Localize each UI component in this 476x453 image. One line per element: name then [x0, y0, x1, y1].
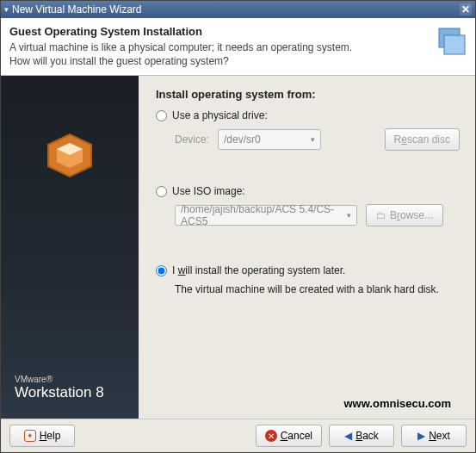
radio-later-label: I will install the operating system late… — [172, 264, 345, 276]
brand-text: VMware® Workstation 8 — [15, 375, 104, 401]
wizard-header: Guest Operating System Installation A vi… — [1, 18, 475, 76]
wizard-window: ▾ New Virtual Machine Wizard ✕ Guest Ope… — [0, 0, 476, 453]
chevron-down-icon: ▾ — [311, 135, 315, 144]
later-info: The virtual machine will be created with… — [175, 283, 460, 295]
header-text: Guest Operating System Installation A vi… — [9, 25, 423, 68]
radio-physical-drive[interactable]: Use a physical drive: — [156, 109, 460, 121]
radio-later-input[interactable] — [156, 265, 167, 276]
radio-install-later[interactable]: I will install the operating system late… — [156, 264, 460, 276]
browse-button[interactable]: 🗀 Browse... — [366, 204, 443, 226]
option-later: I will install the operating system late… — [156, 264, 460, 295]
wizard-body: VMware® Workstation 8 Install operating … — [1, 76, 475, 419]
cancel-icon: ✕ — [265, 430, 277, 442]
radio-iso-input[interactable] — [156, 186, 167, 197]
radio-iso-label: Use ISO image: — [172, 185, 245, 197]
option-physical: Use a physical drive: Device: /dev/sr0 ▾… — [156, 109, 460, 161]
radio-iso-image[interactable]: Use ISO image: — [156, 185, 460, 197]
rescan-disc-button[interactable]: Rescan disc — [385, 128, 460, 151]
back-button[interactable]: ◀ Back — [329, 425, 394, 447]
device-label: Device: — [175, 133, 209, 146]
arrow-right-icon: ▶ — [417, 430, 425, 442]
svg-rect-1 — [444, 35, 465, 54]
folder-icon: 🗀 — [376, 209, 386, 221]
watermark: www.omnisecu.com — [156, 394, 460, 415]
window-title: New Virtual Machine Wizard — [12, 3, 142, 16]
device-select[interactable]: /dev/sr0 ▾ — [218, 129, 321, 150]
device-row: Device: /dev/sr0 ▾ Rescan disc — [175, 128, 460, 151]
sidebar: VMware® Workstation 8 — [1, 76, 139, 419]
radio-physical-input[interactable] — [156, 110, 167, 121]
arrow-left-icon: ◀ — [344, 430, 352, 442]
cancel-button[interactable]: ✕ Cancel — [256, 425, 322, 447]
window-menu-icon[interactable]: ▾ — [4, 5, 9, 14]
chevron-down-icon: ▾ — [347, 211, 351, 220]
brand-small: VMware® — [15, 375, 104, 384]
radio-physical-label: Use a physical drive: — [172, 109, 268, 121]
help-icon: ✦ — [24, 430, 36, 442]
vmware-logo-icon — [40, 127, 100, 183]
wizard-footer: ✦ Help ✕ Cancel ◀ Back ▶ Next — [1, 419, 475, 452]
iso-row: /home/jajish/backup/ACS 5.4/CS-ACS5 ▾ 🗀 … — [175, 204, 460, 226]
content-heading: Install operating system from: — [156, 88, 460, 101]
header-icon — [430, 25, 467, 61]
next-button[interactable]: ▶ Next — [401, 425, 467, 447]
titlebar: ▾ New Virtual Machine Wizard ✕ — [1, 1, 475, 18]
header-heading: Guest Operating System Installation — [9, 25, 423, 38]
close-icon[interactable]: ✕ — [460, 3, 472, 16]
content-pane: Install operating system from: Use a phy… — [139, 76, 475, 419]
iso-path-value: /home/jajish/backup/ACS 5.4/CS-ACS5 — [181, 203, 340, 227]
option-iso: Use ISO image: /home/jajish/backup/ACS 5… — [156, 185, 460, 240]
help-button[interactable]: ✦ Help — [9, 425, 75, 447]
iso-path-select[interactable]: /home/jajish/backup/ACS 5.4/CS-ACS5 ▾ — [175, 205, 357, 226]
header-description: A virtual machine is like a physical com… — [9, 41, 371, 68]
device-value: /dev/sr0 — [224, 133, 261, 146]
brand-big: Workstation 8 — [15, 384, 104, 401]
